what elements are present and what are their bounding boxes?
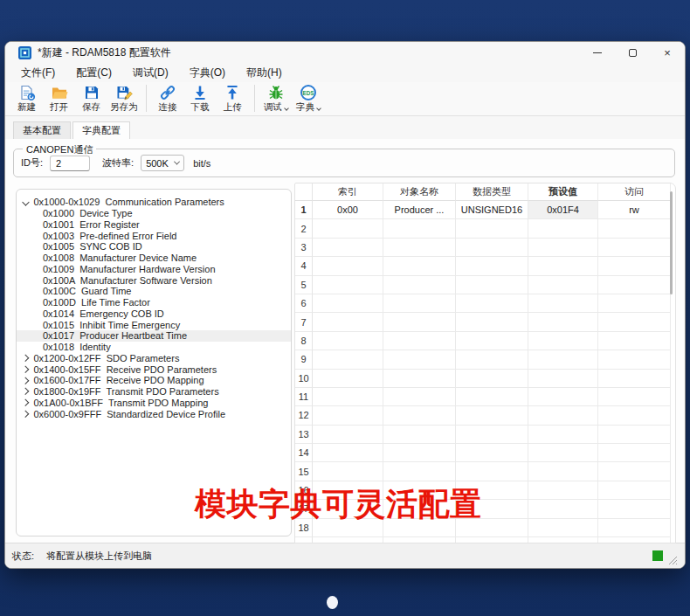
table-cell[interactable]: [528, 332, 598, 350]
table-cell[interactable]: [456, 537, 528, 543]
table-cell[interactable]: [383, 332, 456, 350]
table-cell[interactable]: [383, 313, 456, 331]
tree-item-19[interactable]: 0x6000-0x9FFF Standardized Device Profil…: [17, 408, 291, 419]
table-cell[interactable]: [456, 257, 528, 275]
menu-item-3[interactable]: 字典(O): [183, 64, 232, 82]
row-header[interactable]: 3: [295, 239, 313, 257]
table-cell[interactable]: [383, 294, 456, 313]
table-cell[interactable]: [528, 294, 598, 313]
table-cell[interactable]: [528, 500, 598, 518]
tree-item-2[interactable]: 0x1001 Error Register: [17, 219, 291, 231]
tree-item-10[interactable]: 0x1014 Emergency COB ID: [17, 308, 291, 320]
table-cell[interactable]: [383, 350, 456, 369]
tree-item-16[interactable]: 0x1600-0x17FF Receive PDO Mapping: [17, 375, 291, 386]
table-cell[interactable]: [313, 294, 383, 313]
table-cell[interactable]: [383, 426, 456, 444]
table-cell[interactable]: [598, 370, 671, 388]
table-cell[interactable]: [313, 462, 383, 481]
row-header[interactable]: 9: [295, 350, 313, 369]
row-header[interactable]: 2: [295, 219, 313, 238]
chevron-right-icon[interactable]: [22, 411, 29, 418]
table-cell[interactable]: [528, 370, 598, 388]
table-cell[interactable]: [383, 276, 456, 294]
table-cell[interactable]: [456, 313, 528, 331]
table-cell[interactable]: [456, 276, 528, 294]
row-header[interactable]: 13: [295, 426, 313, 444]
table-cell[interactable]: [598, 406, 671, 425]
table-cell[interactable]: [598, 388, 671, 406]
table-cell[interactable]: [456, 388, 528, 406]
menu-item-4[interactable]: 帮助(H): [239, 64, 289, 82]
table-cell[interactable]: [528, 276, 598, 294]
menu-item-1[interactable]: 配置(C): [69, 64, 119, 82]
table-cell[interactable]: [313, 370, 383, 388]
tab-0[interactable]: 基本配置: [13, 121, 71, 139]
tree-item-6[interactable]: 0x1009 Manufacturer Hardware Version: [17, 264, 291, 275]
table-cell[interactable]: [598, 239, 671, 257]
table-cell[interactable]: rw: [598, 201, 671, 219]
row-header[interactable]: 8: [295, 332, 313, 350]
table-cell[interactable]: [313, 537, 383, 543]
table-cell[interactable]: [383, 444, 456, 462]
table-cell[interactable]: [456, 239, 528, 257]
tree-item-17[interactable]: 0x1800-0x19FF Transmit PDO Parameters: [17, 386, 291, 398]
table-cell[interactable]: [528, 388, 598, 406]
table-cell[interactable]: [528, 444, 598, 462]
chevron-down-icon[interactable]: [23, 198, 30, 205]
table-cell[interactable]: [598, 481, 671, 500]
toolbar-button-2[interactable]: 保存: [75, 83, 107, 113]
table-cell[interactable]: [456, 426, 528, 444]
table-cell[interactable]: [456, 350, 528, 369]
toolbar-button-7[interactable]: 调试: [260, 83, 293, 113]
table-cell[interactable]: [313, 276, 383, 294]
column-header-1[interactable]: 对象名称: [383, 183, 456, 201]
row-header[interactable]: 14: [295, 444, 313, 462]
tree-item-9[interactable]: 0x100D Life Time Factor: [17, 297, 291, 308]
tab-1[interactable]: 字典配置: [72, 121, 130, 139]
minimize-button[interactable]: [580, 42, 615, 63]
table-cell[interactable]: [313, 219, 383, 238]
table-cell[interactable]: [598, 313, 671, 331]
tree-item-1[interactable]: 0x1000 Device Type: [17, 208, 291, 219]
table-cell[interactable]: [598, 350, 671, 369]
table-cell[interactable]: [313, 426, 383, 444]
maximize-button[interactable]: [615, 42, 650, 63]
table-cell[interactable]: [456, 462, 528, 481]
table-cell[interactable]: [456, 444, 528, 462]
tree-item-8[interactable]: 0x100C Guard Time: [17, 286, 291, 297]
table-cell[interactable]: [456, 219, 528, 238]
column-header-0[interactable]: 索引: [313, 183, 383, 201]
table-cell[interactable]: [313, 332, 383, 350]
column-header-3[interactable]: 预设值: [528, 183, 598, 201]
table-cell[interactable]: [598, 276, 671, 294]
tree-item-13[interactable]: 0x1018 Identity: [17, 342, 291, 353]
table-cell[interactable]: [528, 426, 598, 444]
table-cell[interactable]: [383, 239, 456, 257]
title-bar[interactable]: *新建 - RDAM5818 配置软件 ×: [5, 42, 685, 63]
table-cell[interactable]: [383, 537, 456, 543]
tree-item-11[interactable]: 0x1015 Inhibit Time Emergency: [17, 319, 291, 330]
table-cell[interactable]: [383, 219, 456, 238]
table-cell[interactable]: 0x01F4: [528, 201, 598, 219]
table-cell[interactable]: [528, 537, 598, 543]
tree-item-0[interactable]: 0x1000-0x1029 Communication Parameters: [17, 197, 291, 208]
toolbar-button-6[interactable]: 上传: [217, 83, 249, 113]
toolbar-button-8[interactable]: EDS字典: [293, 83, 325, 113]
table-cell[interactable]: [313, 388, 383, 406]
table-cell[interactable]: [598, 294, 671, 313]
toolbar-button-3[interactable]: 另存为: [107, 83, 141, 113]
table-cell[interactable]: [528, 462, 598, 481]
table-cell[interactable]: [528, 481, 598, 500]
table-cell[interactable]: [383, 388, 456, 406]
table-cell[interactable]: [313, 313, 383, 331]
row-header[interactable]: 10: [295, 370, 313, 388]
table-cell[interactable]: [383, 257, 456, 275]
table-cell[interactable]: [313, 406, 383, 425]
row-header[interactable]: 7: [295, 313, 313, 331]
row-header[interactable]: 12: [295, 406, 313, 425]
table-cell[interactable]: [528, 219, 598, 238]
row-header[interactable]: 15: [295, 462, 313, 481]
tree-item-4[interactable]: 0x1005 SYNC COB ID: [17, 241, 291, 253]
row-header[interactable]: 1: [295, 201, 313, 219]
table-cell[interactable]: [383, 462, 456, 481]
